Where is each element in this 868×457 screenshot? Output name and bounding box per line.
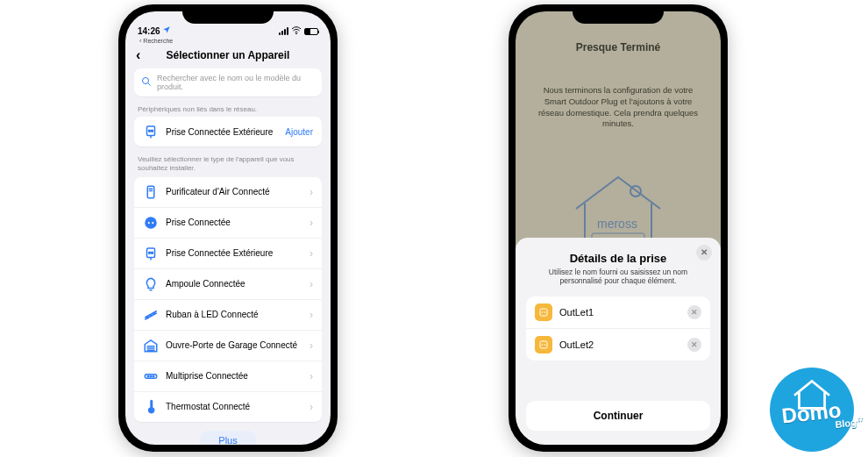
plug-outdoor-icon: [143, 246, 159, 261]
notch: [573, 4, 664, 24]
status-time: 14:26: [138, 26, 160, 36]
sheet-title: Détails de la prise: [526, 252, 710, 265]
svg-point-4: [149, 130, 151, 132]
plug-icon: [143, 215, 159, 231]
svg-point-14: [149, 252, 151, 253]
outlet-row[interactable]: OutLet2 ✕: [526, 329, 710, 361]
logo-subtext: Blog: [835, 417, 857, 429]
outlet-icon: [535, 336, 552, 353]
logo-tld: .fr: [856, 415, 864, 424]
bottom-sheet: ✕ Détails de la prise Utilisez le nom fo…: [516, 238, 721, 445]
background-content: Presque Terminé Nous terminons la config…: [516, 11, 721, 253]
svg-point-25: [150, 375, 152, 377]
domoblog-logo: Domo Blog.fr: [770, 368, 854, 452]
sheet-subtitle: Utilisez le nom fourni ou saisissez un n…: [526, 268, 710, 286]
thermostat-icon: [143, 399, 159, 415]
chevron-right-icon: ›: [309, 247, 313, 260]
add-device-button[interactable]: Ajouter: [285, 127, 313, 137]
device-row-led-strip[interactable]: Ruban à LED Connecté ›: [134, 300, 322, 331]
search-icon: [141, 76, 152, 89]
back-button[interactable]: ‹: [136, 47, 140, 63]
clear-input-button[interactable]: ✕: [687, 305, 701, 319]
back-to-app[interactable]: ‹ Recherche: [125, 38, 331, 44]
svg-point-1: [143, 78, 149, 84]
svg-point-17: [147, 317, 149, 318]
close-icon: ✕: [691, 340, 698, 349]
clear-input-button[interactable]: ✕: [687, 338, 701, 352]
svg-point-5: [152, 130, 153, 132]
device-row-garage-opener[interactable]: Ouvre-Porte de Garage Connecté ›: [134, 331, 322, 361]
svg-point-32: [542, 311, 544, 313]
svg-point-0: [296, 33, 297, 34]
phone-frame-left: 14:26 ‹ Recherche ‹ Sélectionner un Appa…: [118, 4, 338, 452]
chevron-left-icon: ‹: [139, 38, 141, 44]
continue-button[interactable]: Continuer: [526, 401, 710, 431]
outlet-icon: [535, 303, 552, 321]
outlet-name-input[interactable]: OutLet2: [559, 339, 680, 350]
close-button[interactable]: ✕: [696, 245, 712, 261]
notch: [182, 4, 274, 24]
battery-icon: [304, 28, 318, 35]
phone-frame-right: Presque Terminé Nous terminons la config…: [509, 4, 728, 452]
svg-rect-31: [540, 309, 547, 316]
svg-point-27: [149, 408, 153, 412]
chevron-right-icon: ›: [309, 339, 313, 352]
svg-point-36: [544, 344, 546, 346]
section-unlinked-label: Périphériques non liés dans le réseau.: [125, 96, 331, 117]
chevron-right-icon: ›: [309, 309, 313, 321]
screen-almost-done: Presque Terminé Nous terminons la config…: [516, 11, 721, 445]
page-body: Nous terminons la configuration de votre…: [531, 85, 705, 130]
location-icon: [162, 25, 171, 36]
device-row-air-purifier[interactable]: Purificateur d'Air Connecté ›: [134, 177, 322, 208]
outlet-list: OutLet1 ✕ OutLet2 ✕: [526, 296, 710, 361]
close-icon: ✕: [691, 308, 698, 317]
led-strip-icon: [143, 307, 159, 323]
svg-rect-7: [147, 186, 154, 198]
wifi-icon: [291, 26, 302, 36]
plug-outdoor-icon: [143, 124, 159, 139]
page-title: Presque Terminé: [531, 41, 705, 54]
device-row-thermostat[interactable]: Thermostat Connecté ›: [134, 392, 322, 422]
svg-point-11: [148, 222, 150, 224]
power-strip-icon: [143, 368, 159, 384]
detected-device-label: Prise Connectée Extérieure: [166, 127, 278, 137]
svg-point-19: [153, 313, 155, 315]
svg-point-18: [150, 315, 152, 317]
section-types-label: Veuillez sélectionner le type de l'appar…: [125, 146, 331, 177]
svg-point-10: [145, 217, 157, 229]
device-row-smart-plug[interactable]: Prise Connectée ›: [134, 208, 322, 239]
chevron-right-icon: ›: [309, 278, 313, 290]
svg-rect-34: [540, 341, 547, 348]
more-button[interactable]: Plus: [199, 431, 256, 445]
bulb-icon: [143, 276, 159, 292]
detected-device-row[interactable]: Prise Connectée Extérieure Ajouter: [134, 117, 322, 146]
svg-point-24: [147, 375, 149, 377]
chevron-right-icon: ›: [309, 370, 313, 382]
svg-line-2: [148, 83, 151, 86]
svg-point-12: [152, 222, 153, 224]
device-row-outdoor-plug[interactable]: Prise Connectée Extérieure ›: [134, 239, 322, 269]
outlet-row[interactable]: OutLet1 ✕: [526, 296, 710, 329]
device-type-list: Purificateur d'Air Connecté › Prise Conn…: [134, 177, 322, 422]
svg-point-35: [542, 344, 544, 346]
signal-icon: [279, 27, 288, 35]
svg-point-33: [544, 311, 546, 313]
close-icon: ✕: [701, 247, 708, 257]
nav-bar: ‹ Sélectionner un Appareil: [125, 44, 331, 68]
svg-point-15: [152, 252, 153, 253]
screen-select-device: 14:26 ‹ Recherche ‹ Sélectionner un Appa…: [125, 11, 331, 445]
chevron-right-icon: ›: [309, 401, 313, 413]
chevron-right-icon: ›: [309, 217, 313, 229]
garage-icon: [143, 338, 159, 353]
chevron-right-icon: ›: [309, 186, 313, 198]
device-row-smart-bulb[interactable]: Ampoule Connectée ›: [134, 269, 322, 300]
page-title: Sélectionner un Appareil: [167, 49, 290, 61]
air-purifier-icon: [143, 184, 159, 200]
search-input[interactable]: Rechercher avec le nom ou le modèle du p…: [134, 68, 322, 96]
search-placeholder: Rechercher avec le nom ou le modèle du p…: [157, 74, 315, 91]
svg-text:meross: meross: [597, 217, 637, 231]
device-row-power-strip[interactable]: Multiprise Connectée ›: [134, 361, 322, 392]
outlet-name-input[interactable]: OutLet1: [559, 307, 680, 318]
svg-point-26: [153, 375, 154, 377]
